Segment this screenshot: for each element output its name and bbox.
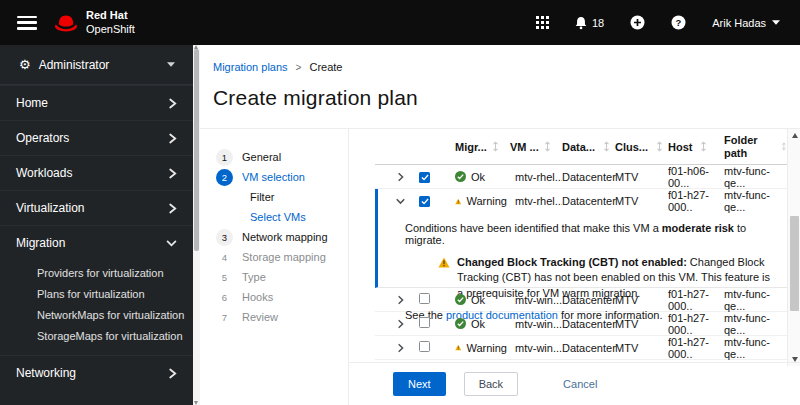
column-header-migration[interactable]: Migr... (455, 141, 487, 153)
step-label: Type (242, 271, 266, 283)
user-menu[interactable]: Arik Hadas (712, 17, 780, 29)
column-header-host[interactable]: Host (668, 141, 692, 153)
table-row: Warning mtv-win... Datacenter MTV f01-h2… (375, 336, 787, 360)
step-label: Review (242, 311, 278, 323)
expand-chevron-right-icon[interactable] (397, 319, 404, 329)
sidebar-item-providers-for-virtualization[interactable]: Providers for virtualization (0, 262, 193, 283)
chevron-right-icon (168, 368, 177, 379)
row-checkbox[interactable] (419, 196, 430, 207)
vm-datacenter: Datacenter (562, 171, 615, 183)
notification-count: 18 (592, 17, 604, 29)
brand-line1: Red Hat (86, 9, 135, 22)
vm-host: f01-h27-000.. (668, 288, 724, 312)
main-content: Migration plans > Create Create migratio… (200, 45, 800, 405)
row-checkbox[interactable] (419, 293, 430, 304)
nav-toggle-hamburger-icon[interactable] (17, 16, 37, 30)
table-row: Ok mtv-rhel... Datacenter MTV f01-h06-00… (375, 165, 787, 189)
vm-datacenter: Datacenter (562, 195, 615, 207)
notifications-button[interactable]: 18 (575, 16, 604, 30)
table-row-expanded: Warning mtv-rhel... Datacenter MTV f01-h… (375, 189, 787, 213)
sidebar-item-virtualization[interactable]: Virtualization (0, 190, 193, 225)
breadcrumb-link-migration-plans[interactable]: Migration plans (213, 61, 288, 73)
breadcrumb-separator: > (296, 62, 302, 73)
wizard-step-vm-selection[interactable]: 2 VM selection (200, 167, 348, 187)
sidebar-item-label: Operators (16, 131, 69, 145)
sidebar-scrollbar-thumb[interactable] (194, 49, 199, 251)
step-label: General (242, 151, 281, 163)
redhat-fedora-icon (53, 12, 79, 33)
app-launcher-icon[interactable] (536, 16, 549, 29)
step-label: Select VMs (250, 211, 306, 223)
step-number: 6 (216, 289, 233, 306)
sidebar-item-operators[interactable]: Operators (0, 120, 193, 155)
sort-icon (544, 141, 551, 152)
warning-triangle-icon (455, 342, 461, 353)
vm-datacenter: Datacenter (562, 342, 615, 354)
wizard-content-panel: Migr... VM ... Data... Clus... Host Fold… (349, 129, 800, 405)
expand-chevron-right-icon[interactable] (397, 172, 404, 182)
vm-host: f01-h06-00... (668, 165, 724, 189)
wizard-step-review[interactable]: 7 Review (200, 307, 348, 327)
scroll-up-arrow-icon[interactable] (792, 133, 798, 138)
next-button[interactable]: Next (393, 372, 446, 396)
step-label: Hooks (242, 291, 273, 303)
wizard-step-general[interactable]: 1 General (200, 147, 348, 167)
collapse-chevron-down-icon[interactable] (397, 196, 404, 206)
column-header-cluster[interactable]: Clus... (615, 141, 648, 153)
chevron-right-icon (168, 98, 177, 109)
sidebar-item-label: Virtualization (16, 201, 84, 215)
row-checkbox[interactable] (419, 341, 430, 352)
sidebar-item-label: Networking (16, 366, 76, 380)
sidebar-item-migration[interactable]: Migration (0, 225, 193, 260)
wizard-step-network-mapping[interactable]: 3 Network mapping (200, 227, 348, 247)
back-button[interactable]: Back (464, 372, 518, 396)
cancel-button[interactable]: Cancel (553, 372, 607, 396)
sidebar-scrollbar[interactable] (193, 45, 200, 405)
table-scrollbar-thumb[interactable] (790, 216, 799, 311)
sidebar-item-storagemaps-for-virtualization[interactable]: StorageMaps for virtualization (0, 325, 193, 346)
risk-level: moderate risk (662, 222, 734, 234)
sort-icon (700, 141, 707, 152)
step-number: 3 (216, 229, 233, 246)
ok-check-circle-icon (455, 318, 466, 329)
wizard-step-hooks[interactable]: 6 Hooks (200, 287, 348, 307)
svg-text:?: ? (676, 17, 682, 28)
sort-icon (656, 141, 663, 152)
wizard-step-type[interactable]: 5 Type (200, 267, 348, 287)
wizard-step-storage-mapping[interactable]: 4 Storage mapping (200, 247, 348, 267)
wizard: 1 General 2 VM selection Filter Select V… (200, 128, 800, 405)
sidebar-item-home[interactable]: Home (0, 85, 193, 120)
sidebar-item-networkmaps-for-virtualization[interactable]: NetworkMaps for virtualization (0, 304, 193, 325)
sidebar-item-plans-for-virtualization[interactable]: Plans for virtualization (0, 283, 193, 304)
wizard-step-select-vms[interactable]: Select VMs (200, 207, 348, 227)
add-plus-circle-icon[interactable] (630, 15, 645, 30)
vm-name: mtv-rhel... (515, 171, 562, 183)
step-label: Network mapping (242, 231, 328, 243)
vm-host: f01-h27-000.. (668, 336, 724, 360)
vm-folder-path: mtv-func-qe... (724, 312, 787, 336)
column-header-folder-path[interactable]: Folder path (724, 134, 773, 159)
column-header-vm[interactable]: VM ... (510, 141, 539, 153)
risk-condition-title: Changed Block Tracking (CBT) not enabled… (457, 256, 687, 268)
expand-chevron-right-icon[interactable] (397, 343, 404, 353)
vm-folder-path: mtv-func-qe... (724, 165, 787, 189)
vm-name: mtv-win... (515, 318, 562, 330)
migration-status: Ok (471, 171, 485, 183)
row-checkbox[interactable] (419, 317, 430, 328)
expand-chevron-right-icon[interactable] (397, 295, 404, 305)
ok-check-circle-icon (455, 294, 466, 305)
vm-cluster: MTV (615, 342, 668, 354)
column-header-datacenter[interactable]: Data... (562, 141, 595, 153)
table-scrollbar[interactable] (787, 129, 800, 366)
help-question-circle-icon[interactable]: ? (671, 15, 686, 30)
vm-cluster: MTV (615, 171, 668, 183)
chevron-down-icon (166, 240, 177, 247)
perspective-switcher[interactable]: ⚙ Administrator (0, 45, 193, 85)
sidebar-item-workloads[interactable]: Workloads (0, 155, 193, 190)
sort-icon (603, 141, 610, 152)
wizard-step-filter[interactable]: Filter (200, 187, 348, 207)
scroll-down-arrow-icon[interactable] (194, 401, 198, 405)
row-checkbox[interactable] (419, 172, 430, 183)
sidebar-item-networking[interactable]: Networking (0, 355, 193, 390)
perspective-label: Administrator (39, 58, 110, 72)
